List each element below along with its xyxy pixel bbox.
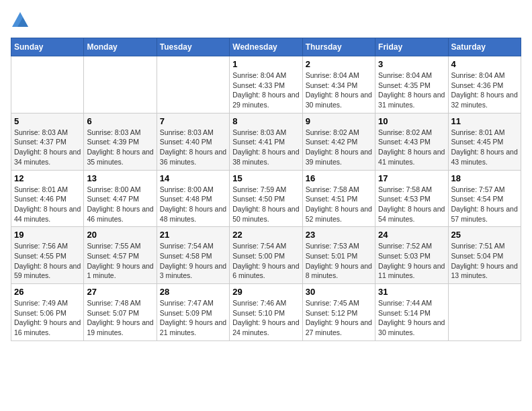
day-number: 14 <box>160 173 226 183</box>
calendar-cell: 9Sunrise: 8:02 AM Sunset: 4:42 PM Daylig… <box>302 113 375 170</box>
calendar-cell: 6Sunrise: 8:03 AM Sunset: 4:39 PM Daylig… <box>84 113 157 170</box>
calendar-cell: 24Sunrise: 7:52 AM Sunset: 5:03 PM Dayli… <box>375 227 448 284</box>
calendar-cell: 15Sunrise: 7:59 AM Sunset: 4:50 PM Dayli… <box>230 170 302 227</box>
calendar-cell: 31Sunrise: 7:44 AM Sunset: 5:14 PM Dayli… <box>375 284 448 341</box>
day-info: Sunrise: 7:55 AM Sunset: 4:57 PM Dayligh… <box>87 241 153 281</box>
day-of-week-header: Friday <box>375 38 448 56</box>
day-info: Sunrise: 8:02 AM Sunset: 4:42 PM Dayligh… <box>306 128 372 167</box>
day-number: 8 <box>232 116 299 126</box>
day-number: 20 <box>87 230 153 240</box>
calendar-cell: 19Sunrise: 7:56 AM Sunset: 4:55 PM Dayli… <box>11 227 84 284</box>
calendar-cell: 27Sunrise: 7:48 AM Sunset: 5:07 PM Dayli… <box>84 284 157 341</box>
calendar-cell: 23Sunrise: 7:53 AM Sunset: 5:01 PM Dayli… <box>302 227 375 284</box>
day-info: Sunrise: 7:47 AM Sunset: 5:09 PM Dayligh… <box>160 298 226 338</box>
calendar-cell: 20Sunrise: 7:55 AM Sunset: 4:57 PM Dayli… <box>84 227 157 284</box>
day-info: Sunrise: 7:56 AM Sunset: 4:55 PM Dayligh… <box>14 241 81 281</box>
day-number: 21 <box>160 230 226 240</box>
calendar-cell: 7Sunrise: 8:03 AM Sunset: 4:40 PM Daylig… <box>157 113 229 170</box>
day-number: 5 <box>14 116 81 126</box>
day-number: 1 <box>232 59 299 69</box>
day-info: Sunrise: 8:03 AM Sunset: 4:39 PM Dayligh… <box>87 128 153 167</box>
day-number: 4 <box>451 59 518 69</box>
day-number: 25 <box>451 230 518 240</box>
day-number: 22 <box>232 230 299 240</box>
day-of-week-header: Wednesday <box>230 38 302 56</box>
calendar-cell: 17Sunrise: 7:58 AM Sunset: 4:53 PM Dayli… <box>375 170 448 227</box>
day-info: Sunrise: 7:46 AM Sunset: 5:10 PM Dayligh… <box>232 298 299 338</box>
day-number: 29 <box>232 287 299 297</box>
calendar-cell: 25Sunrise: 7:51 AM Sunset: 5:04 PM Dayli… <box>448 227 521 284</box>
day-number: 11 <box>451 116 518 126</box>
day-info: Sunrise: 8:01 AM Sunset: 4:45 PM Dayligh… <box>451 128 518 167</box>
calendar-header-row: SundayMondayTuesdayWednesdayThursdayFrid… <box>11 38 521 56</box>
day-info: Sunrise: 7:58 AM Sunset: 4:51 PM Dayligh… <box>306 185 372 224</box>
calendar-week-row: 12Sunrise: 8:01 AM Sunset: 4:46 PM Dayli… <box>11 170 521 227</box>
day-number: 26 <box>14 287 81 297</box>
day-of-week-header: Thursday <box>302 38 375 56</box>
calendar-cell: 28Sunrise: 7:47 AM Sunset: 5:09 PM Dayli… <box>157 284 229 341</box>
calendar-cell: 1Sunrise: 8:04 AM Sunset: 4:33 PM Daylig… <box>230 56 302 113</box>
day-number: 7 <box>160 116 226 126</box>
day-number: 3 <box>378 59 445 69</box>
calendar-cell: 22Sunrise: 7:54 AM Sunset: 5:00 PM Dayli… <box>230 227 302 284</box>
day-info: Sunrise: 8:04 AM Sunset: 4:35 PM Dayligh… <box>378 71 445 110</box>
calendar-week-row: 19Sunrise: 7:56 AM Sunset: 4:55 PM Dayli… <box>11 227 521 284</box>
day-info: Sunrise: 8:03 AM Sunset: 4:41 PM Dayligh… <box>232 128 299 167</box>
day-info: Sunrise: 8:04 AM Sunset: 4:33 PM Dayligh… <box>232 71 299 110</box>
day-number: 16 <box>306 173 372 183</box>
day-info: Sunrise: 8:00 AM Sunset: 4:47 PM Dayligh… <box>87 185 153 224</box>
day-info: Sunrise: 8:02 AM Sunset: 4:43 PM Dayligh… <box>378 128 445 167</box>
calendar-cell: 11Sunrise: 8:01 AM Sunset: 4:45 PM Dayli… <box>448 113 521 170</box>
day-of-week-header: Monday <box>84 38 157 56</box>
day-number: 2 <box>306 59 372 69</box>
day-info: Sunrise: 7:58 AM Sunset: 4:53 PM Dayligh… <box>378 185 445 224</box>
day-number: 18 <box>451 173 518 183</box>
calendar-cell: 4Sunrise: 8:04 AM Sunset: 4:36 PM Daylig… <box>448 56 521 113</box>
day-number: 24 <box>378 230 445 240</box>
day-info: Sunrise: 7:45 AM Sunset: 5:12 PM Dayligh… <box>306 298 372 338</box>
day-number: 27 <box>87 287 153 297</box>
day-of-week-header: Saturday <box>448 38 521 56</box>
calendar-cell: 5Sunrise: 8:03 AM Sunset: 4:37 PM Daylig… <box>11 113 84 170</box>
day-info: Sunrise: 8:00 AM Sunset: 4:48 PM Dayligh… <box>160 185 226 224</box>
calendar-cell: 2Sunrise: 8:04 AM Sunset: 4:34 PM Daylig… <box>302 56 375 113</box>
calendar-table: SundayMondayTuesdayWednesdayThursdayFrid… <box>11 38 521 341</box>
day-number: 12 <box>14 173 81 183</box>
day-number: 13 <box>87 173 153 183</box>
day-number: 6 <box>87 116 153 126</box>
day-of-week-header: Tuesday <box>157 38 229 56</box>
day-info: Sunrise: 8:01 AM Sunset: 4:46 PM Dayligh… <box>14 185 81 224</box>
day-info: Sunrise: 8:03 AM Sunset: 4:37 PM Dayligh… <box>14 128 81 167</box>
calendar-cell: 18Sunrise: 7:57 AM Sunset: 4:54 PM Dayli… <box>448 170 521 227</box>
day-info: Sunrise: 7:54 AM Sunset: 4:58 PM Dayligh… <box>160 241 226 281</box>
day-number: 30 <box>306 287 372 297</box>
day-info: Sunrise: 8:04 AM Sunset: 4:34 PM Dayligh… <box>306 71 372 110</box>
day-number: 31 <box>378 287 445 297</box>
calendar-cell: 13Sunrise: 8:00 AM Sunset: 4:47 PM Dayli… <box>84 170 157 227</box>
calendar-cell <box>157 56 229 113</box>
logo <box>11 11 32 30</box>
day-number: 23 <box>306 230 372 240</box>
calendar-cell: 21Sunrise: 7:54 AM Sunset: 4:58 PM Dayli… <box>157 227 229 284</box>
day-number: 28 <box>160 287 226 297</box>
calendar-cell: 3Sunrise: 8:04 AM Sunset: 4:35 PM Daylig… <box>375 56 448 113</box>
calendar-week-row: 1Sunrise: 8:04 AM Sunset: 4:33 PM Daylig… <box>11 56 521 113</box>
logo-icon <box>11 11 30 30</box>
calendar-cell: 16Sunrise: 7:58 AM Sunset: 4:51 PM Dayli… <box>302 170 375 227</box>
calendar-week-row: 26Sunrise: 7:49 AM Sunset: 5:06 PM Dayli… <box>11 284 521 341</box>
day-of-week-header: Sunday <box>11 38 84 56</box>
day-info: Sunrise: 7:53 AM Sunset: 5:01 PM Dayligh… <box>306 241 372 281</box>
calendar-cell: 12Sunrise: 8:01 AM Sunset: 4:46 PM Dayli… <box>11 170 84 227</box>
day-info: Sunrise: 8:03 AM Sunset: 4:40 PM Dayligh… <box>160 128 226 167</box>
day-info: Sunrise: 7:54 AM Sunset: 5:00 PM Dayligh… <box>232 241 299 281</box>
day-info: Sunrise: 7:51 AM Sunset: 5:04 PM Dayligh… <box>451 241 518 281</box>
calendar-week-row: 5Sunrise: 8:03 AM Sunset: 4:37 PM Daylig… <box>11 113 521 170</box>
day-number: 19 <box>14 230 81 240</box>
day-number: 15 <box>232 173 299 183</box>
calendar-cell <box>448 284 521 341</box>
day-info: Sunrise: 7:52 AM Sunset: 5:03 PM Dayligh… <box>378 241 445 281</box>
day-info: Sunrise: 7:59 AM Sunset: 4:50 PM Dayligh… <box>232 185 299 224</box>
day-number: 10 <box>378 116 445 126</box>
calendar-cell: 29Sunrise: 7:46 AM Sunset: 5:10 PM Dayli… <box>230 284 302 341</box>
day-info: Sunrise: 7:57 AM Sunset: 4:54 PM Dayligh… <box>451 185 518 224</box>
